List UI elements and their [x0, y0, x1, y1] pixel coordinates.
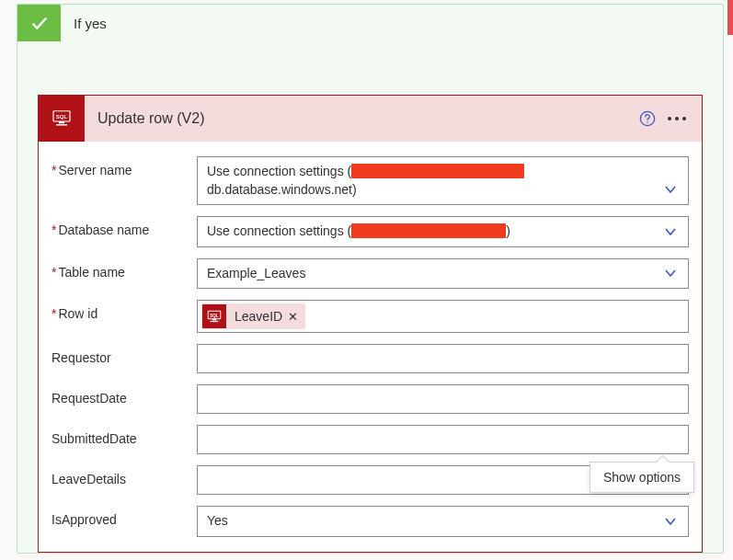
if-yes-title: If yes [74, 16, 107, 31]
field-server-name: *Server name Use connection settings ( d… [52, 156, 689, 205]
if-yes-branch: If yes SQL Update row (V2) [17, 4, 724, 554]
svg-text:SQL: SQL [210, 313, 219, 317]
redacted-text [351, 164, 524, 178]
field-text: db.database.windows.net) [207, 182, 357, 197]
field-row-id: *Row id SQL LeaveID ✕ [52, 300, 689, 333]
help-icon[interactable] [634, 105, 661, 132]
field-submitted-date: SubmittedDate [52, 425, 689, 454]
field-label: RequestDate [52, 384, 197, 406]
field-database-name: *Database name Use connection settings (… [52, 216, 689, 247]
is-approved-select[interactable]: Yes [197, 506, 689, 537]
edge-marker [727, 0, 733, 35]
checkmark-icon [17, 5, 61, 41]
action-form: *Server name Use connection settings ( d… [39, 142, 702, 552]
token-label: LeaveID [227, 309, 288, 324]
submitted-date-input[interactable] [197, 425, 689, 454]
field-label: IsApproved [52, 506, 197, 527]
svg-rect-2 [59, 121, 64, 123]
action-header[interactable]: SQL Update row (V2) [39, 96, 702, 142]
svg-rect-3 [56, 124, 67, 126]
requestor-input[interactable] [197, 344, 689, 373]
sql-connector-icon: SQL [202, 304, 226, 328]
field-text: Example_Leaves [207, 266, 305, 280]
svg-text:SQL: SQL [56, 114, 68, 120]
chevron-down-icon [664, 267, 677, 280]
redacted-text [351, 223, 506, 238]
svg-point-5 [647, 121, 647, 122]
dynamic-content-token[interactable]: SQL LeaveID ✕ [201, 303, 305, 329]
field-label: LeaveDetails [52, 465, 197, 486]
database-name-select[interactable]: Use connection settings () [197, 216, 689, 247]
table-name-select[interactable]: Example_Leaves [197, 258, 689, 290]
svg-rect-9 [211, 321, 219, 322]
field-label: *Database name [52, 216, 197, 237]
row-id-input[interactable]: SQL LeaveID ✕ [197, 300, 689, 333]
server-name-select[interactable]: Use connection settings ( db.database.wi… [197, 156, 689, 205]
show-options-tooltip[interactable]: Show options [590, 462, 694, 493]
field-requestor: Requestor [52, 344, 689, 373]
field-label: SubmittedDate [52, 425, 197, 446]
action-card: SQL Update row (V2) *Server name [38, 95, 703, 553]
if-yes-header[interactable]: If yes [17, 5, 723, 41]
svg-rect-8 [212, 319, 217, 321]
request-date-input[interactable] [197, 384, 689, 414]
field-is-approved: IsApproved Yes [52, 506, 689, 537]
action-title: Update row (V2) [97, 110, 634, 127]
more-menu-icon[interactable] [661, 117, 693, 120]
field-text: Use connection settings ( [207, 223, 351, 238]
sql-connector-icon: SQL [39, 96, 85, 142]
remove-token-icon[interactable]: ✕ [288, 310, 298, 324]
field-text: Yes [207, 513, 228, 528]
field-table-name: *Table name Example_Leaves [52, 258, 689, 290]
field-text: ) [506, 223, 510, 238]
field-label: Requestor [52, 344, 197, 365]
field-label: *Server name [52, 156, 197, 177]
field-text: Use connection settings ( [207, 164, 351, 178]
field-request-date: RequestDate [52, 384, 689, 414]
chevron-down-icon [664, 225, 677, 238]
chevron-down-icon [664, 515, 677, 528]
chevron-down-icon [664, 183, 677, 196]
field-label: *Table name [52, 258, 197, 280]
field-leave-details: LeaveDetails Show options [52, 465, 689, 495]
field-label: *Row id [52, 300, 197, 321]
